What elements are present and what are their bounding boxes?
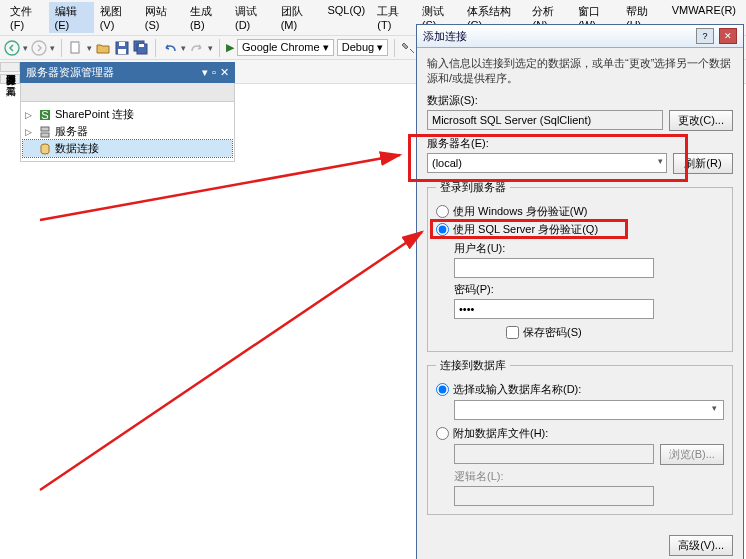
database-fieldset: 连接到数据库 选择或输入数据库名称(D): ▾ 附加数据库文件(H): 浏览(B…	[427, 358, 733, 515]
menu-team[interactable]: 团队(M)	[275, 2, 322, 33]
svg-rect-21	[41, 133, 49, 137]
menu-build[interactable]: 生成(B)	[184, 2, 229, 33]
password-label: 密码(P):	[454, 282, 724, 297]
expand-icon[interactable]: ▷	[25, 127, 35, 137]
attach-db-radio-row[interactable]: 附加数据库文件(H):	[436, 426, 724, 441]
browser-select[interactable]: Google Chrome ▾	[237, 39, 334, 56]
new-file-dropdown[interactable]: ▾	[87, 43, 92, 53]
menu-sql[interactable]: SQL(Q)	[321, 2, 371, 33]
change-button[interactable]: 更改(C)...	[669, 110, 733, 131]
tree-item-dataconnection[interactable]: 数据连接	[23, 140, 232, 157]
redo-icon[interactable]	[189, 40, 205, 56]
svg-point-1	[32, 41, 46, 55]
tree-item-sharepoint[interactable]: ▷ S SharePoint 连接	[23, 106, 232, 123]
username-label: 用户名(U):	[454, 241, 724, 256]
svg-line-23	[40, 155, 400, 220]
dialog-description: 输入信息以连接到选定的数据源，或单击“更改”选择另一个数据源和/或提供程序。	[427, 56, 733, 87]
panel-dropdown-icon[interactable]: ▾	[202, 66, 208, 79]
tool-icon[interactable]	[401, 40, 417, 56]
new-file-icon[interactable]	[68, 40, 84, 56]
config-select[interactable]: Debug ▾	[337, 39, 388, 56]
dialog-title-text: 添加连接	[423, 29, 467, 44]
dialog-close-icon[interactable]: ✕	[719, 28, 737, 44]
tree-label: 数据连接	[55, 141, 99, 156]
vtab-explorer[interactable]: 服务器资源管理器	[0, 62, 20, 72]
save-all-icon[interactable]	[133, 40, 149, 56]
undo-dropdown[interactable]: ▾	[181, 43, 186, 53]
undo-icon[interactable]	[162, 40, 178, 56]
redo-dropdown[interactable]: ▾	[208, 43, 213, 53]
datasource-field	[427, 110, 663, 130]
menu-debug[interactable]: 调试(D)	[229, 2, 275, 33]
server-icon	[38, 125, 52, 139]
svg-rect-20	[41, 127, 49, 131]
menu-tools[interactable]: 工具(T)	[371, 2, 416, 33]
dialog-help-icon[interactable]: ?	[696, 28, 714, 44]
logical-name-label: 逻辑名(L):	[454, 469, 724, 484]
vertical-tabs: 服务器资源管理器 工具箱	[0, 62, 18, 86]
sharepoint-icon: S	[38, 108, 52, 122]
select-db-radio[interactable]	[436, 383, 449, 396]
expand-icon[interactable]	[25, 144, 35, 154]
refresh-button[interactable]: 刷新(R)	[673, 153, 733, 174]
server-explorer-panel: 服务器资源管理器 ▾ ▫ ✕ ▷ S SharePoint 连接 ▷ 服务器 数…	[20, 62, 235, 162]
sql-auth-radio-row[interactable]: 使用 SQL Server 身份验证(Q)	[436, 222, 724, 237]
sql-auth-radio[interactable]	[436, 223, 449, 236]
advanced-button[interactable]: 高级(V)...	[669, 535, 733, 556]
tree-label: 服务器	[55, 124, 88, 139]
panel-toolbar	[20, 83, 235, 102]
chevron-down-icon[interactable]: ▾	[712, 403, 717, 413]
panel-pin-icon[interactable]: ▫	[212, 66, 216, 79]
forward-icon[interactable]	[31, 40, 47, 56]
servername-field[interactable]	[427, 153, 667, 173]
menu-website[interactable]: 网站(S)	[139, 2, 184, 33]
browse-button: 浏览(B)...	[660, 444, 724, 465]
menu-edit[interactable]: 编辑(E)	[49, 2, 94, 33]
windows-auth-label: 使用 Windows 身份验证(W)	[453, 204, 587, 219]
vtab-toolbox[interactable]: 工具箱	[0, 74, 20, 84]
username-field[interactable]	[454, 258, 654, 278]
tree-label: SharePoint 连接	[55, 107, 134, 122]
expand-icon[interactable]: ▷	[25, 110, 35, 120]
save-password-label: 保存密码(S)	[523, 325, 582, 340]
password-field[interactable]	[454, 299, 654, 319]
database-name-field[interactable]	[454, 400, 724, 420]
sql-auth-label: 使用 SQL Server 身份验证(Q)	[453, 222, 598, 237]
dialog-titlebar[interactable]: 添加连接 ? ✕	[417, 25, 743, 48]
tree-view: ▷ S SharePoint 连接 ▷ 服务器 数据连接	[20, 102, 235, 162]
forward-dropdown[interactable]: ▾	[50, 43, 55, 53]
select-db-radio-row[interactable]: 选择或输入数据库名称(D):	[436, 382, 724, 397]
svg-rect-8	[139, 44, 144, 47]
svg-text:S: S	[41, 109, 48, 121]
tree-item-servers[interactable]: ▷ 服务器	[23, 123, 232, 140]
add-connection-dialog: 添加连接 ? ✕ 输入信息以连接到选定的数据源，或单击“更改”选择另一个数据源和…	[416, 24, 744, 559]
panel-close-icon[interactable]: ✕	[220, 66, 229, 79]
save-icon[interactable]	[114, 40, 130, 56]
panel-title: 服务器资源管理器	[26, 65, 114, 80]
menu-file[interactable]: 文件(F)	[4, 2, 49, 33]
save-password-checkbox[interactable]	[506, 326, 519, 339]
windows-auth-radio-row[interactable]: 使用 Windows 身份验证(W)	[436, 204, 724, 219]
datasource-label: 数据源(S):	[427, 93, 733, 108]
database-icon	[38, 142, 52, 156]
login-legend: 登录到服务器	[436, 180, 510, 195]
svg-rect-5	[118, 49, 126, 54]
svg-rect-4	[119, 42, 125, 46]
attach-db-label: 附加数据库文件(H):	[453, 426, 548, 441]
panel-header: 服务器资源管理器 ▾ ▫ ✕	[20, 62, 235, 83]
back-dropdown[interactable]: ▾	[23, 43, 28, 53]
chevron-down-icon[interactable]: ▾	[658, 156, 663, 166]
database-legend: 连接到数据库	[436, 358, 510, 373]
svg-point-0	[5, 41, 19, 55]
open-icon[interactable]	[95, 40, 111, 56]
windows-auth-radio[interactable]	[436, 205, 449, 218]
start-icon[interactable]: ▶	[226, 41, 234, 54]
servername-label: 服务器名(E):	[427, 136, 733, 151]
attach-db-radio[interactable]	[436, 427, 449, 440]
logical-name-field	[454, 486, 654, 506]
menu-view[interactable]: 视图(V)	[94, 2, 139, 33]
back-icon[interactable]	[4, 40, 20, 56]
select-db-label: 选择或输入数据库名称(D):	[453, 382, 581, 397]
attach-file-field	[454, 444, 654, 464]
login-fieldset: 登录到服务器 使用 Windows 身份验证(W) 使用 SQL Server …	[427, 180, 733, 352]
